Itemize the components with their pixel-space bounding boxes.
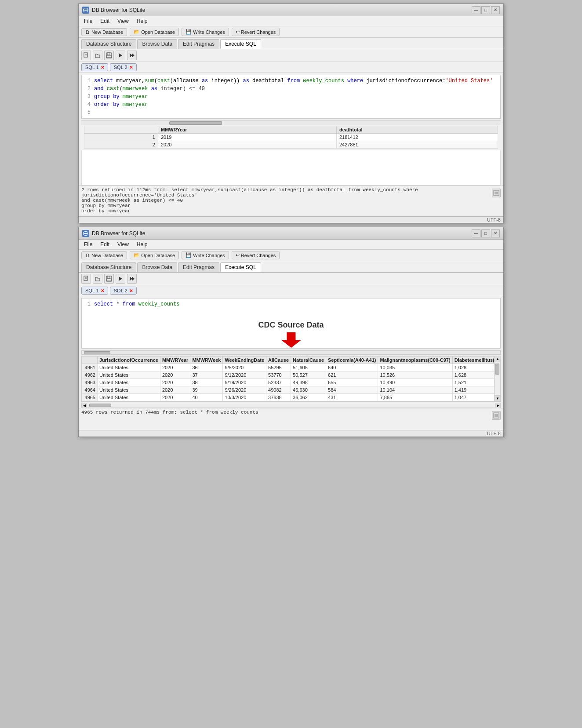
h-scrollbar-table-2[interactable]: ◀ ▶	[81, 403, 501, 408]
menu-view-1[interactable]: View	[114, 17, 132, 25]
title-controls-1: — □ ✕	[472, 6, 500, 14]
h-scroll-right-2[interactable]: ▶	[495, 403, 500, 408]
results-table-2: JurisdictionofOccurrence MMWRYear MMWRWe…	[82, 356, 501, 401]
h-scroll-thumb-table-2[interactable]	[89, 404, 111, 407]
v-scroll-thumb-2[interactable]	[495, 364, 499, 375]
sql-tab-close-1-2[interactable]: ✕	[129, 65, 133, 70]
v-scroll-down-2[interactable]: ▼	[495, 395, 501, 401]
sql-icon-2c[interactable]	[104, 274, 114, 284]
execute-all-btn-2[interactable]	[127, 274, 137, 284]
open-database-btn-1[interactable]: 📂 Open Database	[130, 28, 179, 36]
status-text-1: 2 rows returned in 112ms from: select mm…	[81, 187, 501, 214]
sql-icon-1b[interactable]	[93, 51, 102, 60]
title-bar-left-2: DB Browser for SQLite	[82, 230, 145, 237]
v-scroll-track-2	[495, 362, 500, 395]
minimize-btn-2[interactable]: —	[472, 229, 480, 237]
v-scroll-up-2[interactable]: ▲	[495, 356, 501, 362]
tab-browse-data-2[interactable]: Browse Data	[137, 262, 177, 272]
h-scrollbar-thumb-2[interactable]	[84, 351, 110, 354]
new-database-btn-1[interactable]: 🗋 New Database	[81, 28, 127, 36]
svg-rect-9	[107, 55, 111, 58]
svg-rect-8	[107, 53, 110, 55]
menu-help-2[interactable]: Help	[133, 240, 151, 248]
close-btn-2[interactable]: ✕	[491, 229, 500, 237]
svg-marker-12	[132, 53, 135, 58]
table-row: 2 2020 2427881	[84, 141, 498, 149]
tab-db-structure-1[interactable]: Database Structure	[81, 39, 136, 49]
results-table-1: MMWRYear deathtotal 1 2019 2181412 2 202…	[84, 126, 498, 149]
results-container-2: JurisdictionofOccurrence MMWRYear MMWRWe…	[81, 356, 501, 402]
tab-edit-pragmas-2[interactable]: Edit Pragmas	[178, 262, 219, 272]
menu-edit-2[interactable]: Edit	[97, 240, 113, 248]
sql-tab-close-1-1[interactable]: ✕	[101, 65, 104, 70]
revert-changes-btn-2[interactable]: ↩ Revert Changes	[232, 251, 280, 259]
results-container-1: MMWRYear deathtotal 1 2019 2181412 2 202…	[81, 126, 501, 149]
new-database-btn-2[interactable]: 🗋 New Database	[81, 251, 127, 259]
toolbar-1: 🗋 New Database 📂 Open Database 💾 Write C…	[79, 26, 503, 38]
app-icon-2	[82, 230, 89, 237]
sql-tab-1-1[interactable]: SQL 1 ✕	[81, 63, 108, 71]
status-icon-1[interactable]	[492, 189, 501, 197]
sql-icon-2b[interactable]	[93, 274, 102, 284]
sql-icon-2a[interactable]	[81, 274, 91, 284]
maximize-btn-2[interactable]: □	[481, 229, 490, 237]
sql-tab-close-2-1[interactable]: ✕	[101, 288, 104, 293]
close-btn-1[interactable]: ✕	[491, 6, 500, 14]
table-row: 4965 United States 2020 40 10/3/2020 376…	[82, 394, 501, 401]
window-title-1: DB Browser for SQLite	[92, 7, 145, 13]
sql-tab-1-2[interactable]: SQL 2 ✕	[110, 63, 137, 71]
main-tabs-2: Database Structure Browse Data Edit Prag…	[79, 261, 503, 273]
minimize-btn-1[interactable]: —	[472, 6, 480, 14]
sql-tab-2-1[interactable]: SQL 1 ✕	[81, 287, 108, 295]
revert-changes-btn-1[interactable]: ↩ Revert Changes	[232, 28, 280, 36]
write-icon-1: 💾	[186, 29, 192, 35]
sql-tabs-2: SQL 1 ✕ SQL 2 ✕	[79, 285, 503, 296]
sql-icon-1c[interactable]	[104, 51, 114, 60]
tab-execute-sql-2[interactable]: Execute SQL	[220, 262, 261, 272]
write-changes-btn-2[interactable]: 💾 Write Changes	[182, 251, 229, 259]
revert-icon-2: ↩	[236, 252, 240, 258]
menu-view-2[interactable]: View	[114, 240, 132, 248]
title-bar-left-1: DB Browser for SQLite	[82, 7, 145, 14]
col-header-jurisdiction: JurisdictionofOccurrence	[98, 357, 160, 364]
revert-icon-1: ↩	[236, 29, 240, 35]
status-bar-2: 4965 rows returned in 744ms from: select…	[79, 408, 503, 430]
v-scrollbar-2[interactable]: ▲ ▼	[494, 356, 500, 401]
editor-line-4: 4 order by mmwryear	[84, 101, 498, 109]
col-header-deathtotal-1: deathtotal	[336, 126, 498, 134]
tab-edit-pragmas-1[interactable]: Edit Pragmas	[178, 39, 219, 49]
h-scrollbar-editor-2[interactable]	[81, 350, 501, 355]
h-scrollbar-editor-1[interactable]	[81, 120, 501, 125]
table-row: 1 2019 2181412	[84, 134, 498, 141]
table-row: 4962 United States 2020 37 9/12/2020 537…	[82, 371, 501, 379]
menubar-1: File Edit View Help	[79, 16, 503, 26]
open-database-btn-2[interactable]: 📂 Open Database	[130, 251, 179, 259]
menu-file-2[interactable]: File	[80, 240, 96, 248]
tab-browse-data-1[interactable]: Browse Data	[137, 39, 177, 49]
maximize-btn-1[interactable]: □	[481, 6, 490, 14]
app-icon-1	[82, 7, 89, 14]
tab-execute-sql-1[interactable]: Execute SQL	[220, 39, 261, 49]
execute-btn-2[interactable]	[116, 274, 125, 284]
sql-editor-2[interactable]: 1 select * from weekly_counts CDC Source…	[81, 298, 501, 349]
menu-file-1[interactable]: File	[80, 17, 96, 25]
sql-tab-2-2[interactable]: SQL 2 ✕	[110, 287, 137, 295]
results-empty-space-1	[81, 150, 501, 186]
sql-icon-1a[interactable]	[81, 51, 91, 60]
sql-tab-close-2-2[interactable]: ✕	[129, 288, 133, 293]
status-icon-2[interactable]	[492, 411, 501, 420]
editor-line-1: 1 select mmwryear,sum(cast(allcause as i…	[84, 77, 498, 85]
sql-editor-1[interactable]: 1 select mmwryear,sum(cast(allcause as i…	[81, 75, 501, 119]
menu-edit-1[interactable]: Edit	[97, 17, 113, 25]
h-scroll-left-2[interactable]: ◀	[82, 403, 87, 408]
title-bar-1: DB Browser for SQLite — □ ✕	[79, 4, 503, 16]
execute-all-btn-1[interactable]	[127, 51, 137, 60]
tab-db-structure-2[interactable]: Database Structure	[81, 262, 136, 272]
menu-help-1[interactable]: Help	[133, 17, 151, 25]
h-scrollbar-thumb-1[interactable]	[169, 121, 222, 125]
title-controls-2: — □ ✕	[472, 229, 500, 237]
write-changes-btn-1[interactable]: 💾 Write Changes	[182, 28, 229, 36]
execute-btn-1[interactable]	[116, 51, 125, 60]
sql-toolbar-2	[79, 273, 503, 285]
svg-rect-25	[107, 276, 110, 278]
